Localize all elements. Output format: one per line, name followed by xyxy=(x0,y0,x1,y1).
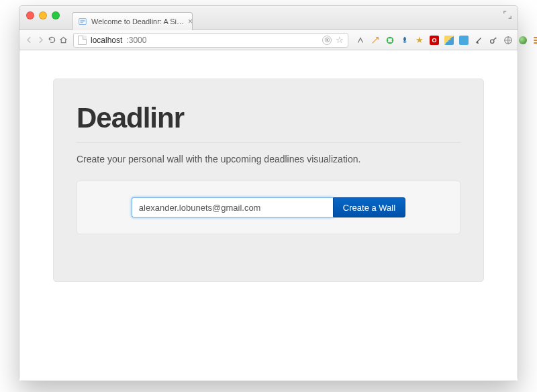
email-input[interactable] xyxy=(132,197,333,217)
extension-icon[interactable] xyxy=(355,35,366,46)
create-wall-button[interactable]: Create a Wall xyxy=(333,197,405,217)
extension-icons: ★ O xyxy=(355,35,537,46)
tab-title: Welcome to Deadlinr: A Si… xyxy=(91,17,184,26)
url-host: localhost xyxy=(91,36,122,45)
create-wall-form: Create a Wall xyxy=(132,197,405,217)
extension-icon[interactable] xyxy=(488,35,499,46)
omnibox-actions: ⦿ ☆ xyxy=(322,36,344,45)
address-bar[interactable]: localhost:3000 ⦿ ☆ xyxy=(73,33,348,48)
tab-close-icon[interactable]: × xyxy=(188,17,193,26)
bookmark-star-icon[interactable]: ☆ xyxy=(336,36,344,44)
toolbar: localhost:3000 ⦿ ☆ ★ O xyxy=(19,30,518,50)
chrome-menu-icon[interactable] xyxy=(534,37,537,44)
forward-button[interactable] xyxy=(36,34,45,47)
window-controls xyxy=(26,11,60,19)
titlebar: Welcome to Deadlinr: A Si… × xyxy=(19,6,518,30)
extension-icon[interactable] xyxy=(370,35,381,46)
page-viewport: Deadlinr Create your personal wall with … xyxy=(19,50,518,381)
favicon-icon xyxy=(78,17,87,26)
extension-icon[interactable] xyxy=(473,35,484,46)
home-button[interactable] xyxy=(59,34,68,47)
extension-icon[interactable]: O xyxy=(429,35,440,46)
minimize-window-button[interactable] xyxy=(39,11,47,19)
extension-icon[interactable]: ★ xyxy=(414,35,425,46)
main-panel: Deadlinr Create your personal wall with … xyxy=(53,79,484,282)
tagline-text: Create your personal wall with the upcom… xyxy=(77,154,460,164)
site-info-icon[interactable]: ⦿ xyxy=(322,36,332,45)
extension-icon[interactable] xyxy=(518,35,528,46)
reload-button[interactable] xyxy=(48,34,56,47)
form-well: Create a Wall xyxy=(77,181,460,234)
svg-point-2 xyxy=(491,40,494,43)
back-button[interactable] xyxy=(25,34,34,47)
extension-icon[interactable] xyxy=(399,35,410,46)
extension-icon[interactable] xyxy=(385,35,395,46)
page-icon xyxy=(78,36,87,45)
extension-icon[interactable] xyxy=(503,35,514,46)
browser-window: Welcome to Deadlinr: A Si… × localhost:3… xyxy=(19,5,518,381)
extension-icon[interactable] xyxy=(444,35,454,46)
zoom-window-button[interactable] xyxy=(52,11,60,19)
browser-tab[interactable]: Welcome to Deadlinr: A Si… × xyxy=(72,12,193,30)
close-window-button[interactable] xyxy=(26,11,34,19)
brand-heading: Deadlinr xyxy=(77,102,460,143)
fullscreen-icon[interactable] xyxy=(503,10,512,19)
extension-icon[interactable] xyxy=(458,35,469,46)
url-rest: :3000 xyxy=(126,36,146,45)
